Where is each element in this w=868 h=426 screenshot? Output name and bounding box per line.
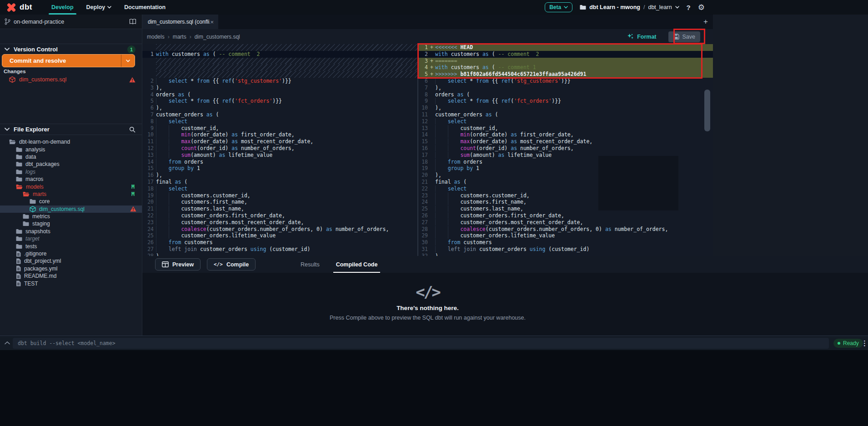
tree-item-packages-yml[interactable]: packages.yml bbox=[0, 265, 142, 272]
search-icon[interactable] bbox=[129, 126, 135, 133]
tree-item-tests[interactable]: tests bbox=[0, 242, 142, 250]
breadcrumb-item[interactable]: dim_customers.sql bbox=[195, 34, 240, 40]
git-branch-bar[interactable]: on-demand-practice bbox=[0, 15, 142, 29]
code-line[interactable]: 29 customer_orders.lifetime_value bbox=[418, 232, 713, 239]
code-line[interactable]: 26 customer_orders.first_order_date, bbox=[418, 212, 713, 219]
code-filler-line[interactable] bbox=[142, 71, 417, 78]
code-filler-line[interactable] bbox=[142, 64, 417, 71]
tree-item-logs[interactable]: logs bbox=[0, 168, 142, 175]
diff-pane-left[interactable]: 1with customers as ( -- comment 22 selec… bbox=[142, 44, 417, 256]
code-line[interactable]: 13 sum(amount) as lifetime_value bbox=[142, 152, 417, 159]
nav-item-develop[interactable]: Develop bbox=[45, 0, 80, 15]
code-line[interactable]: 19 customers.customer_id, bbox=[142, 192, 417, 199]
code-line[interactable]: 6), bbox=[142, 105, 417, 111]
code-line[interactable]: 12 count(order_id) as number_of_orders, bbox=[142, 145, 417, 152]
code-line[interactable]: 30 from customers bbox=[418, 239, 713, 246]
code-line[interactable]: 28 coalesce(customer_orders.number_of_or… bbox=[418, 226, 713, 233]
code-line[interactable]: 24 coalesce(customer_orders.number_of_or… bbox=[142, 226, 417, 233]
code-line[interactable]: 9 select * from {{ ref('fct_orders')}} bbox=[418, 98, 713, 105]
code-line[interactable]: 10 min(order_date) as first_order_date, bbox=[142, 131, 417, 138]
tree-item-macros[interactable]: macros bbox=[0, 175, 142, 183]
version-control-header[interactable]: Version Control 1 bbox=[0, 44, 142, 55]
beta-dropdown[interactable]: Beta bbox=[545, 2, 572, 12]
code-filler-line[interactable] bbox=[142, 58, 417, 65]
tree-item-target[interactable]: target bbox=[0, 235, 142, 242]
breadcrumb-item[interactable]: models bbox=[147, 34, 165, 40]
changed-file-row[interactable]: dim_customers.sql bbox=[0, 75, 142, 84]
project-switcher[interactable]: dbt Learn - mwong / dbt_learn bbox=[580, 4, 679, 10]
code-line[interactable]: 28) bbox=[142, 253, 417, 256]
tree-item-marts[interactable]: martsM bbox=[0, 190, 142, 198]
tree-item-metrics[interactable]: metrics bbox=[0, 213, 142, 220]
nav-item-deploy[interactable]: Deploy bbox=[80, 0, 118, 15]
code-line[interactable]: 15 group by 1 bbox=[142, 165, 417, 172]
code-line[interactable]: 32) bbox=[418, 253, 713, 256]
code-line[interactable]: 23 customer_orders.most_recent_order_dat… bbox=[142, 219, 417, 226]
code-line[interactable]: 16), bbox=[142, 172, 417, 179]
code-line[interactable]: 7), bbox=[418, 85, 713, 91]
chevron-up-icon[interactable] bbox=[5, 341, 10, 345]
tree-item-dim-customers-sql[interactable]: dim_customers.sql bbox=[0, 205, 142, 213]
code-line[interactable]: 1with customers as ( -- comment 2 bbox=[142, 51, 417, 58]
help-icon[interactable]: ? bbox=[687, 4, 691, 11]
code-line[interactable]: 26 from customers bbox=[142, 239, 417, 246]
code-line[interactable]: 27 customer_orders.most_recent_order_dat… bbox=[418, 219, 713, 226]
code-line[interactable]: 5 select * from {{ ref('fct_orders')}} bbox=[142, 98, 417, 105]
file-explorer-header[interactable]: File Explorer bbox=[0, 124, 142, 135]
settings-gear-icon[interactable]: ⚙ bbox=[698, 4, 705, 11]
commit-and-resolve-button[interactable]: Commit and resolve bbox=[2, 54, 135, 67]
code-line[interactable]: 7customer_orders as ( bbox=[142, 111, 417, 118]
tab-dim-customers[interactable]: dim_customers.sql (confli... × bbox=[142, 15, 218, 29]
code-line[interactable]: 13 customer_id, bbox=[418, 125, 713, 132]
dbt-logo[interactable]: dbt bbox=[6, 2, 32, 12]
code-line[interactable]: 15 max(order_date) as most_recent_order_… bbox=[418, 138, 713, 145]
code-line[interactable]: 14 min(order_date) as first_order_date, bbox=[418, 131, 713, 138]
code-line[interactable]: 12 select bbox=[418, 118, 713, 125]
code-line[interactable]: 3), bbox=[142, 85, 417, 91]
code-line[interactable]: 21 customers.last_name, bbox=[142, 205, 417, 212]
code-line[interactable]: 6 select * from {{ ref('stg_customers')}… bbox=[418, 78, 713, 85]
tree-item-core[interactable]: core bbox=[0, 198, 142, 205]
commit-dropdown-caret[interactable] bbox=[121, 55, 135, 67]
kebab-menu-icon[interactable]: ⋮ bbox=[861, 339, 868, 347]
code-line[interactable]: 18 select bbox=[142, 185, 417, 192]
code-line[interactable]: 2 select * from {{ ref('stg_customers')}… bbox=[142, 78, 417, 85]
code-line[interactable]: 20 customers.first_name, bbox=[142, 199, 417, 205]
tab-results[interactable]: Results bbox=[292, 256, 328, 273]
close-icon[interactable]: × bbox=[210, 19, 214, 25]
code-line[interactable]: 4orders as ( bbox=[142, 91, 417, 98]
code-line[interactable]: 17final as ( bbox=[142, 179, 417, 185]
tree-item--gitignore[interactable]: .gitignore bbox=[0, 250, 142, 257]
command-input[interactable]: dbt build --select <model_name> bbox=[13, 338, 829, 349]
editor-scrollbar-thumb[interactable] bbox=[704, 90, 710, 131]
tree-item-test[interactable]: TEST bbox=[0, 280, 142, 287]
tree-item-dbt-packages[interactable]: dbt_packages bbox=[0, 160, 142, 168]
new-tab-button[interactable]: + bbox=[703, 15, 708, 29]
format-button[interactable]: Format bbox=[627, 33, 656, 40]
code-line[interactable]: 31 left join customer_orders using (cust… bbox=[418, 246, 713, 253]
tree-item-readme-md[interactable]: README.md bbox=[0, 272, 142, 280]
nav-item-documentation[interactable]: Documentation bbox=[118, 0, 172, 15]
tree-item-data[interactable]: data bbox=[0, 153, 142, 160]
compile-button[interactable]: </> Compile bbox=[207, 258, 256, 271]
tab-compiled-code[interactable]: Compiled Code bbox=[328, 256, 386, 273]
breadcrumb-item[interactable]: marts bbox=[173, 34, 186, 40]
code-line[interactable]: 27 left join customer_orders using (cust… bbox=[142, 246, 417, 253]
code-line[interactable]: 11customer_orders as ( bbox=[418, 111, 713, 118]
code-line[interactable]: 16 count(order_id) as number_of_orders, bbox=[418, 145, 713, 152]
code-line[interactable]: 11 max(order_date) as most_recent_order_… bbox=[142, 138, 417, 145]
code-line[interactable]: 10), bbox=[418, 105, 713, 111]
preview-button[interactable]: Preview bbox=[155, 258, 201, 271]
tree-item-snapshots[interactable]: snapshots bbox=[0, 228, 142, 235]
tree-item-staging[interactable]: staging bbox=[0, 220, 142, 227]
code-line[interactable]: 25 customer_orders.lifetime_value bbox=[142, 232, 417, 239]
tree-item-models[interactable]: modelsM bbox=[0, 183, 142, 190]
code-line[interactable]: 22 customer_orders.first_order_date, bbox=[142, 212, 417, 219]
code-line[interactable]: 14 from orders bbox=[142, 159, 417, 165]
code-line[interactable]: 8 select bbox=[142, 118, 417, 125]
tree-item-dbt-learn-on-demand[interactable]: dbt-learn-on-demand bbox=[0, 138, 142, 145]
code-line[interactable]: 8orders as ( bbox=[418, 91, 713, 98]
code-line[interactable]: 9 customer_id, bbox=[142, 125, 417, 132]
docs-book-icon[interactable] bbox=[129, 19, 136, 25]
tree-item-dbt-project-yml[interactable]: dbt_project.yml bbox=[0, 257, 142, 265]
